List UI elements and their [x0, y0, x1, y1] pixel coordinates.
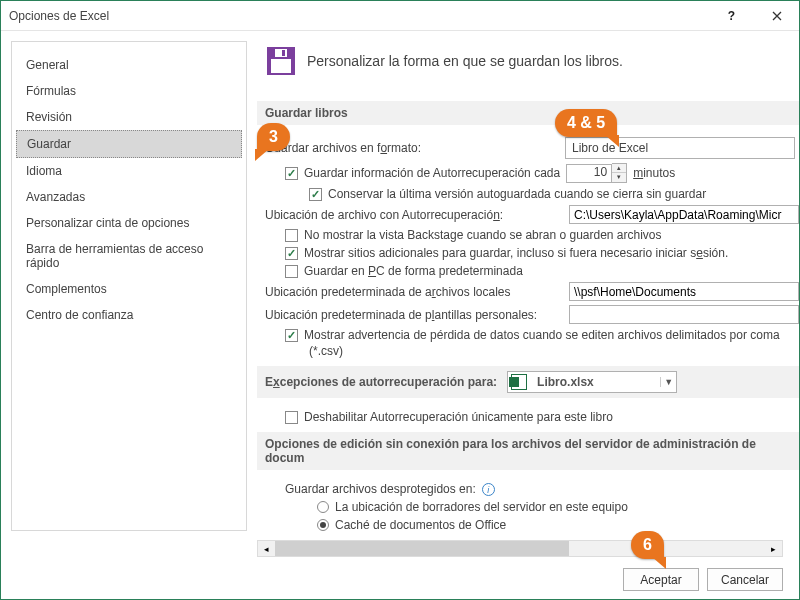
info-icon[interactable] [482, 483, 495, 496]
save-floppy-icon [265, 45, 297, 77]
callout-6-label: 6 [643, 536, 652, 554]
scroll-right-icon[interactable]: ▸ [765, 541, 782, 556]
default-template-location-label: Ubicación predeterminada de plantillas p… [265, 308, 537, 322]
callout-4-5: 4 & 5 [555, 109, 617, 137]
sidebar-item-label: Avanzadas [26, 190, 85, 204]
svg-rect-1 [271, 59, 291, 73]
sidebar-item-proofing[interactable]: Revisión [16, 104, 242, 130]
sidebar-item-label: Guardar [27, 137, 71, 151]
callout-4-5-label: 4 & 5 [567, 114, 605, 132]
autorecover-minutes-spinner[interactable]: 10 ▴▾ [566, 163, 627, 183]
dialog-title: Opciones de Excel [9, 9, 109, 23]
exceptions-workbook-combo[interactable]: Libro.xlsx ▼ [507, 371, 677, 393]
disable-autorecover-label: Deshabilitar Autorrecuperación únicament… [304, 410, 613, 424]
keep-last-autosaved-checkbox[interactable] [309, 188, 322, 201]
chevron-down-icon: ▼ [660, 377, 676, 387]
sidebar-item-label: Centro de confianza [26, 308, 133, 322]
sidebar-item-label: Fórmulas [26, 84, 76, 98]
save-format-combo[interactable]: Libro de Excel [565, 137, 795, 159]
dialog-titlebar: Opciones de Excel ? [1, 1, 799, 31]
help-button[interactable]: ? [709, 1, 754, 31]
sidebar-item-label: Idioma [26, 164, 62, 178]
sidebar-item-label: Revisión [26, 110, 72, 124]
office-cache-label: Caché de documentos de Office [335, 518, 506, 532]
callout-3-label: 3 [269, 128, 278, 146]
show-additional-places-label: Mostrar sitios adicionales para guardar,… [304, 246, 728, 260]
drafts-location-radio[interactable] [317, 501, 329, 513]
drafts-location-label: La ubicación de borradores del servidor … [335, 500, 628, 514]
autorecover-label: Guardar información de Autorrecuperación… [304, 166, 560, 180]
save-to-pc-default-checkbox[interactable] [285, 265, 298, 278]
callout-3: 3 [257, 123, 290, 151]
scroll-track[interactable] [275, 541, 765, 556]
keep-last-autosaved-label: Conservar la última versión autoguardada… [328, 187, 706, 201]
sidebar-item-language[interactable]: Idioma [16, 158, 242, 184]
options-content: Personalizar la forma en que se guardan … [247, 31, 799, 541]
show-additional-places-checkbox[interactable] [285, 247, 298, 260]
excel-file-icon [511, 374, 527, 390]
sidebar-item-label: Barra de herramientas de acceso rápido [26, 242, 203, 270]
scroll-thumb[interactable] [275, 541, 569, 556]
sidebar-item-qat[interactable]: Barra de herramientas de acceso rápido [16, 236, 242, 276]
cancel-button[interactable]: Cancelar [707, 568, 783, 591]
close-icon [772, 11, 782, 21]
autorecover-checkbox[interactable] [285, 167, 298, 180]
category-sidebar: General Fórmulas Revisión Guardar Idioma… [11, 41, 247, 531]
sidebar-item-save[interactable]: Guardar [16, 130, 242, 158]
dialog-footer: Aceptar Cancelar [1, 559, 799, 599]
sidebar-item-formulas[interactable]: Fórmulas [16, 78, 242, 104]
sidebar-item-label: General [26, 58, 69, 72]
sidebar-item-addins[interactable]: Complementos [16, 276, 242, 302]
callout-6: 6 [631, 531, 664, 559]
section-save-books: Guardar libros [257, 101, 799, 125]
ok-button-label: Aceptar [640, 573, 681, 587]
section-autorecover-exceptions: Excepciones de autorrecuperación para: L… [257, 366, 799, 398]
spinner-buttons[interactable]: ▴▾ [612, 163, 627, 183]
csv-warning-checkbox[interactable] [285, 329, 298, 342]
sidebar-item-label: Complementos [26, 282, 107, 296]
sidebar-item-trust[interactable]: Centro de confianza [16, 302, 242, 328]
ok-button[interactable]: Aceptar [623, 568, 699, 591]
sidebar-item-label: Personalizar cinta de opciones [26, 216, 189, 230]
default-local-location-label: Ubicación predeterminada de archivos loc… [265, 285, 510, 299]
svg-rect-2 [275, 49, 287, 57]
csv-warning-sublabel: (*.csv) [309, 344, 343, 358]
no-backstage-label: No mostrar la vista Backstage cuando se … [304, 228, 662, 242]
default-template-location-input[interactable] [569, 305, 799, 324]
autorecover-unit: minutos [633, 166, 675, 180]
save-to-pc-default-label: Guardar en PC de forma predeterminada [304, 264, 523, 278]
autorecover-location-label: Ubicación de archivo con Autorrecuperaci… [265, 208, 503, 222]
page-heading: Personalizar la forma en que se guardan … [307, 53, 623, 69]
sidebar-item-general[interactable]: General [16, 52, 242, 78]
disable-autorecover-checkbox[interactable] [285, 411, 298, 424]
default-local-location-input[interactable] [569, 282, 799, 301]
sidebar-item-advanced[interactable]: Avanzadas [16, 184, 242, 210]
close-button[interactable] [754, 1, 799, 31]
csv-warning-label: Mostrar advertencia de pérdida de datos … [304, 328, 780, 342]
horizontal-scrollbar[interactable]: ◂ ▸ [257, 540, 783, 557]
scroll-left-icon[interactable]: ◂ [258, 541, 275, 556]
svg-rect-3 [282, 50, 285, 56]
no-backstage-checkbox[interactable] [285, 229, 298, 242]
cancel-button-label: Cancelar [721, 573, 769, 587]
autorecover-location-input[interactable] [569, 205, 799, 224]
sidebar-item-customize-ribbon[interactable]: Personalizar cinta de opciones [16, 210, 242, 236]
exceptions-workbook-value: Libro.xlsx [531, 375, 600, 389]
section-offline-editing: Opciones de edición sin conexión para lo… [257, 432, 799, 470]
office-cache-radio[interactable] [317, 519, 329, 531]
autorecover-minutes-value[interactable]: 10 [566, 164, 612, 183]
save-checked-out-label: Guardar archivos desprotegidos en: [285, 482, 476, 496]
